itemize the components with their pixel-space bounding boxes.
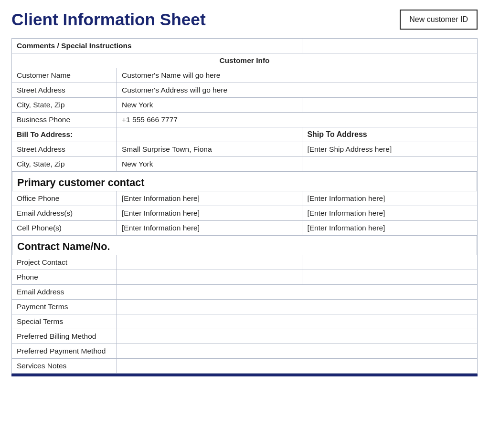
- page-header: Client Information Sheet New customer ID: [11, 10, 478, 30]
- email-address-value1[interactable]: [Enter Information here]: [117, 206, 302, 221]
- services-notes-row: Services Notes: [12, 359, 478, 374]
- city-state-zip-extra[interactable]: [302, 98, 478, 113]
- preferred-payment-row: Preferred Payment Method: [12, 344, 478, 359]
- contract-heading-row: Contract Name/No.: [12, 236, 478, 255]
- preferred-billing-value[interactable]: [117, 329, 478, 344]
- preferred-payment-value[interactable]: [117, 344, 478, 359]
- project-contact-extra[interactable]: [302, 255, 478, 270]
- cell-phone-value2[interactable]: [Enter Information here]: [302, 221, 478, 236]
- project-contact-row: Project Contact: [12, 255, 478, 270]
- business-phone-value[interactable]: +1 555 666 7777: [117, 113, 478, 127]
- customer-name-row: Customer Name Customer's Name will go he…: [12, 68, 478, 83]
- primary-contact-heading: Primary customer contact: [12, 172, 477, 191]
- special-terms-value[interactable]: [117, 314, 478, 329]
- ship-city-empty[interactable]: [302, 157, 478, 172]
- contract-email-label: Email Address: [12, 285, 117, 300]
- bill-city-value[interactable]: New York: [117, 157, 302, 172]
- office-phone-value2[interactable]: [Enter Information here]: [302, 191, 478, 206]
- contract-heading: Contract Name/No.: [12, 236, 477, 255]
- city-state-zip-value[interactable]: New York: [117, 98, 302, 113]
- contract-phone-row: Phone: [12, 270, 478, 285]
- payment-terms-row: Payment Terms: [12, 300, 478, 314]
- preferred-payment-label: Preferred Payment Method: [12, 344, 117, 359]
- bill-ship-header-row: Bill To Address: Ship To Address: [12, 127, 478, 142]
- office-phone-row: Office Phone [Enter Information here] [E…: [12, 191, 478, 206]
- ship-to-heading: Ship To Address: [307, 130, 367, 138]
- ship-to-label: Ship To Address: [302, 127, 478, 142]
- contract-email-row: Email Address: [12, 285, 478, 300]
- special-terms-label: Special Terms: [12, 314, 117, 329]
- contract-phone-label: Phone: [12, 270, 117, 285]
- customer-name-value[interactable]: Customer's Name will go here: [117, 68, 478, 83]
- services-notes-value[interactable]: [117, 359, 478, 374]
- business-phone-row: Business Phone +1 555 666 7777: [12, 113, 478, 127]
- cell-phone-value1[interactable]: [Enter Information here]: [117, 221, 302, 236]
- bill-to-label: Bill To Address:: [12, 127, 117, 142]
- payment-terms-label: Payment Terms: [12, 300, 117, 314]
- email-address-value2[interactable]: [Enter Information here]: [302, 206, 478, 221]
- preferred-billing-row: Preferred Billing Method: [12, 329, 478, 344]
- cell-phone-label: Cell Phone(s): [12, 221, 117, 236]
- street-address-label: Street Address: [12, 83, 117, 98]
- cell-phone-row: Cell Phone(s) [Enter Information here] […: [12, 221, 478, 236]
- primary-contact-heading-row: Primary customer contact: [12, 172, 478, 191]
- business-phone-label: Business Phone: [12, 113, 117, 127]
- city-state-zip-label: City, State, Zip: [12, 98, 117, 113]
- bill-to-extra[interactable]: [117, 127, 302, 142]
- email-address-row: Email Address(s) [Enter Information here…: [12, 206, 478, 221]
- bill-street-label: Street Address: [12, 142, 117, 157]
- customer-info-header-row: Customer Info: [12, 53, 478, 68]
- contract-phone-extra[interactable]: [302, 270, 478, 285]
- office-phone-label: Office Phone: [12, 191, 117, 206]
- customer-name-label: Customer Name: [12, 68, 117, 83]
- services-notes-label: Services Notes: [12, 359, 117, 374]
- main-table: Comments / Special Instructions Customer…: [11, 38, 478, 374]
- project-contact-value[interactable]: [117, 255, 302, 270]
- email-address-label: Email Address(s): [12, 206, 117, 221]
- comments-label: Comments / Special Instructions: [12, 39, 302, 53]
- bill-street-value[interactable]: Small Surprise Town, Fiona: [117, 142, 302, 157]
- city-state-zip-row: City, State, Zip New York: [12, 98, 478, 113]
- contract-phone-value[interactable]: [117, 270, 302, 285]
- customer-info-heading: Customer Info: [12, 53, 478, 68]
- bill-street-ship-row: Street Address Small Surprise Town, Fion…: [12, 142, 478, 157]
- bottom-bar: [11, 374, 478, 376]
- ship-address-value[interactable]: [Enter Ship Address here]: [302, 142, 478, 157]
- office-phone-value1[interactable]: [Enter Information here]: [117, 191, 302, 206]
- page-title: Client Information Sheet: [11, 10, 206, 29]
- bill-city-label: City, State, Zip: [12, 157, 117, 172]
- street-address-value[interactable]: Customer's Address will go here: [117, 83, 478, 98]
- bill-city-row: City, State, Zip New York: [12, 157, 478, 172]
- new-customer-button[interactable]: New customer ID: [400, 10, 478, 30]
- preferred-billing-label: Preferred Billing Method: [12, 329, 117, 344]
- comments-value[interactable]: [302, 39, 478, 53]
- contract-email-value[interactable]: [117, 285, 478, 300]
- comments-row: Comments / Special Instructions: [12, 39, 478, 53]
- special-terms-row: Special Terms: [12, 314, 478, 329]
- payment-terms-value[interactable]: [117, 300, 478, 314]
- street-address-row: Street Address Customer's Address will g…: [12, 83, 478, 98]
- project-contact-label: Project Contact: [12, 255, 117, 270]
